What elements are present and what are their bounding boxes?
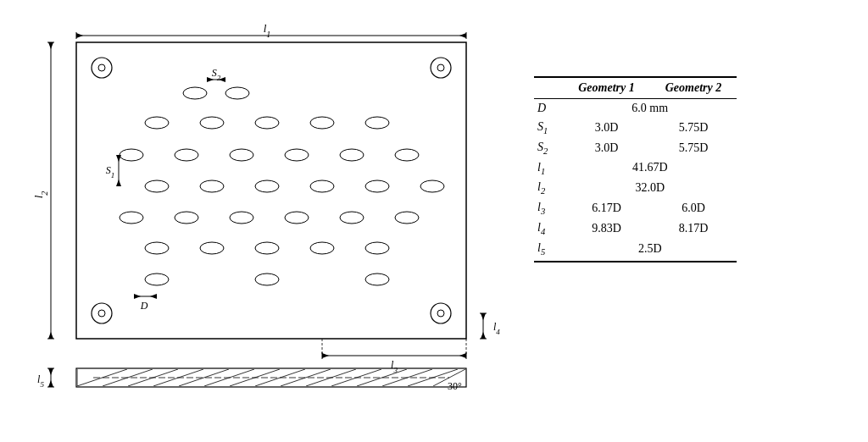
table-area: Geometry 1 Geometry 2 D 6.0 mm S1 3.0D 5… bbox=[517, 8, 860, 434]
table-row: S1 3.0D 5.75D bbox=[534, 118, 737, 138]
svg-point-45 bbox=[200, 242, 224, 254]
svg-point-30 bbox=[340, 149, 364, 161]
row-val-s2-g1: 3.0D bbox=[563, 138, 649, 158]
row-val-l4-g1: 9.83D bbox=[563, 218, 649, 239]
svg-point-35 bbox=[310, 180, 334, 192]
svg-marker-57 bbox=[116, 180, 121, 186]
row-label-l4: l4 bbox=[534, 218, 563, 239]
svg-point-28 bbox=[230, 149, 253, 161]
row-label-s1: S1 bbox=[534, 118, 563, 138]
row-val-l5: 2.5D bbox=[563, 239, 737, 262]
svg-point-46 bbox=[255, 242, 279, 254]
svg-point-8 bbox=[431, 58, 451, 78]
svg-line-79 bbox=[179, 369, 229, 386]
svg-point-13 bbox=[437, 310, 444, 317]
svg-point-48 bbox=[365, 242, 389, 254]
svg-point-42 bbox=[340, 212, 364, 224]
svg-point-44 bbox=[145, 242, 169, 254]
svg-marker-17 bbox=[48, 42, 53, 49]
svg-point-40 bbox=[230, 212, 253, 224]
row-val-s1-g2: 5.75D bbox=[650, 118, 737, 138]
svg-marker-96 bbox=[48, 380, 53, 387]
table-row: l2 32.0D bbox=[534, 178, 737, 198]
svg-point-20 bbox=[225, 87, 249, 99]
s1-label: S1 bbox=[106, 164, 115, 180]
svg-marker-71 bbox=[481, 313, 486, 320]
svg-point-33 bbox=[200, 180, 224, 192]
l2-label: l2 bbox=[32, 191, 49, 199]
svg-point-24 bbox=[310, 117, 334, 129]
col-empty bbox=[534, 77, 563, 99]
svg-marker-4 bbox=[459, 33, 466, 38]
row-val-l4-g2: 8.17D bbox=[650, 218, 737, 239]
l3-label: l3 bbox=[391, 359, 398, 374]
col-geom2: Geometry 2 bbox=[650, 77, 737, 99]
angle-label: 30° bbox=[448, 380, 462, 392]
svg-marker-64 bbox=[322, 353, 329, 358]
row-val-s2-g2: 5.75D bbox=[650, 138, 737, 158]
table-row: l5 2.5D bbox=[534, 239, 737, 262]
table-row: l4 9.83D 8.17D bbox=[534, 218, 737, 239]
row-label-l1: l1 bbox=[534, 158, 563, 179]
row-val-s1-g1: 3.0D bbox=[563, 118, 649, 138]
col-geom1: Geometry 1 bbox=[563, 77, 649, 99]
svg-marker-60 bbox=[150, 294, 157, 299]
diagram-svg: l1 l2 bbox=[25, 17, 500, 398]
table-row: D 6.0 mm bbox=[534, 99, 737, 119]
svg-point-22 bbox=[200, 117, 224, 129]
svg-point-50 bbox=[255, 273, 279, 285]
svg-marker-95 bbox=[48, 368, 53, 375]
row-val-l1: 41.67D bbox=[563, 158, 737, 179]
table-row: l3 6.17D 6.0D bbox=[534, 198, 737, 218]
svg-point-27 bbox=[175, 149, 198, 161]
table-row: S2 3.0D 5.75D bbox=[534, 138, 737, 158]
svg-point-34 bbox=[255, 180, 279, 192]
svg-point-41 bbox=[285, 212, 309, 224]
svg-point-29 bbox=[285, 149, 309, 161]
row-val-l3-g2: 6.0D bbox=[650, 198, 737, 218]
svg-marker-56 bbox=[116, 155, 121, 162]
svg-marker-72 bbox=[481, 332, 486, 339]
svg-point-12 bbox=[431, 303, 451, 323]
svg-point-47 bbox=[310, 242, 334, 254]
svg-point-31 bbox=[395, 149, 419, 161]
row-label-D: D bbox=[534, 99, 563, 119]
row-label-l5: l5 bbox=[534, 239, 563, 262]
row-val-l2: 32.0D bbox=[563, 178, 737, 198]
row-label-s2: S2 bbox=[534, 138, 563, 158]
svg-marker-3 bbox=[76, 33, 83, 38]
svg-point-7 bbox=[98, 64, 105, 71]
main-container: l1 l2 bbox=[0, 0, 868, 442]
diagram-area: l1 l2 bbox=[8, 8, 517, 434]
svg-point-6 bbox=[92, 58, 112, 78]
svg-line-75 bbox=[77, 369, 127, 386]
svg-point-11 bbox=[98, 310, 105, 317]
svg-point-21 bbox=[145, 117, 169, 129]
svg-point-9 bbox=[437, 64, 444, 71]
row-label-l2: l2 bbox=[534, 178, 563, 198]
svg-point-10 bbox=[92, 303, 112, 323]
svg-point-23 bbox=[255, 117, 279, 129]
svg-marker-65 bbox=[459, 353, 466, 358]
table-row: l1 41.67D bbox=[534, 158, 737, 179]
d-label: D bbox=[140, 300, 148, 312]
row-val-l3-g1: 6.17D bbox=[563, 198, 649, 218]
svg-point-19 bbox=[183, 87, 207, 99]
l4-label: l4 bbox=[493, 321, 500, 336]
svg-point-32 bbox=[145, 180, 169, 192]
svg-point-39 bbox=[175, 212, 198, 224]
svg-point-25 bbox=[365, 117, 389, 129]
svg-point-26 bbox=[120, 149, 143, 161]
svg-marker-59 bbox=[134, 294, 141, 299]
svg-point-51 bbox=[365, 273, 389, 285]
l5-label: l5 bbox=[37, 373, 44, 389]
row-val-D: 6.0 mm bbox=[563, 99, 737, 119]
svg-point-38 bbox=[120, 212, 143, 224]
svg-point-37 bbox=[420, 180, 444, 192]
svg-point-49 bbox=[145, 273, 169, 285]
row-label-l3: l3 bbox=[534, 198, 563, 218]
svg-marker-18 bbox=[48, 332, 53, 339]
svg-point-43 bbox=[395, 212, 419, 224]
l1-label: l1 bbox=[264, 22, 271, 39]
geometry-table: Geometry 1 Geometry 2 D 6.0 mm S1 3.0D 5… bbox=[534, 76, 737, 262]
